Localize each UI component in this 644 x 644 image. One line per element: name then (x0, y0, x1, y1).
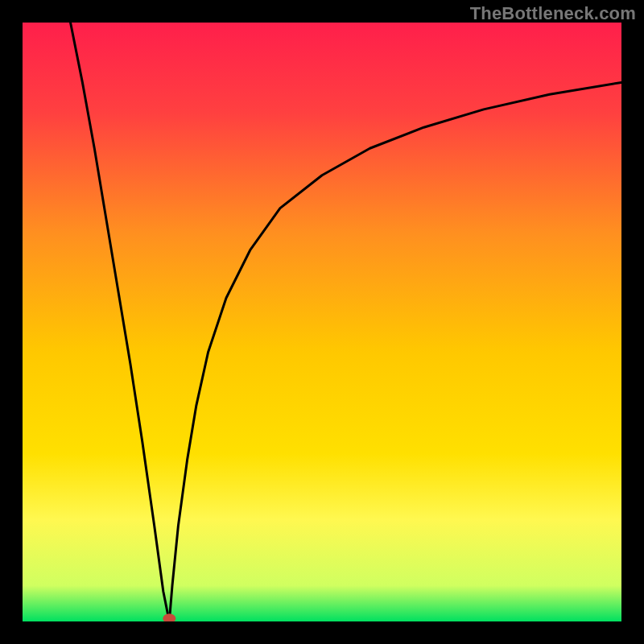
chart-svg (23, 23, 621, 621)
chart-frame: TheBottleneck.com (0, 0, 644, 644)
watermark-text: TheBottleneck.com (470, 3, 636, 24)
gradient-background (23, 23, 621, 621)
plot-area (23, 23, 621, 621)
